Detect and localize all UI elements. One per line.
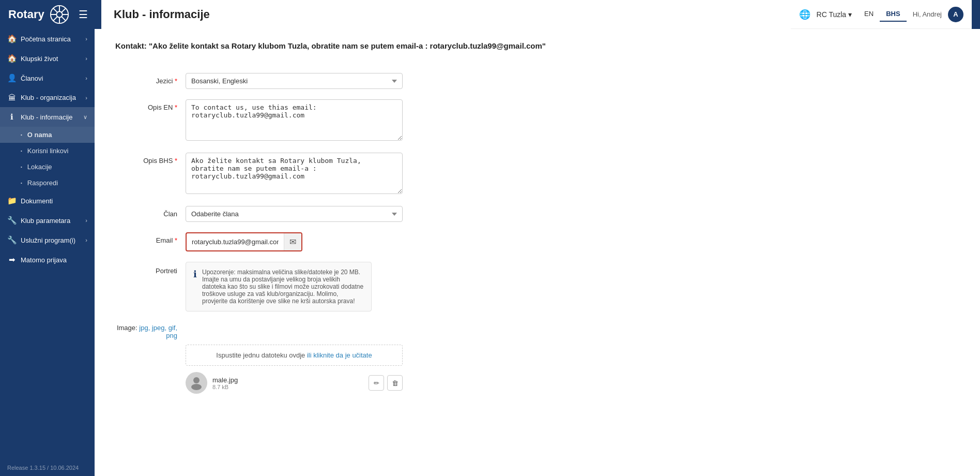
sidebar: 🏠 Početna stranica › 🏠 Klupski život › 👤… (0, 29, 95, 476)
opis-bhs-label: Opis BHS * (115, 153, 177, 165)
file-delete-button[interactable]: 🗑 (387, 375, 403, 391)
chevron-icon-2: › (85, 55, 87, 62)
required-star: * (175, 77, 177, 85)
image-label: Image: jpg, jpeg, gif, png (115, 320, 177, 339)
rotary-wheel-icon (50, 5, 69, 24)
klub-org-icon: 🏛 (7, 93, 17, 102)
drop-zone-link[interactable]: ili kliknite da je učitate (307, 351, 372, 359)
content-area: Kontakt: "Ako želite kontakt sa Rotary k… (95, 29, 980, 476)
svg-point-1 (56, 11, 62, 17)
chevron-icon-7: › (85, 237, 87, 243)
rc-tuzla-button[interactable]: RC Tuzla ▾ (817, 10, 852, 19)
content-panel: Kontakt: "Ako želite kontakt sa Rotary k… (95, 29, 980, 476)
svg-line-9 (53, 17, 57, 21)
usluzni-icon: 🔧 (7, 235, 17, 245)
opis-en-control (186, 99, 403, 142)
sidebar-item-klub-org[interactable]: 🏛 Klub - organizacija › (0, 88, 95, 107)
tab-bhs[interactable]: BHS (880, 7, 906, 22)
info-icon: ℹ (193, 269, 197, 280)
klub-param-icon: 🔧 (7, 216, 17, 225)
sidebar-sub-item-korisni-linkovi[interactable]: • Korisni linkovi (0, 143, 95, 159)
file-item: male.jpg 8.7 kB ✏ 🗑 (186, 372, 403, 394)
logo-text: Rotary (8, 8, 44, 21)
globe-icon[interactable]: 🌐 (799, 9, 810, 20)
page-title: Klub - informacije (101, 0, 791, 29)
clan-select[interactable]: Odaberite člana (186, 206, 403, 222)
chevron-icon-3: › (85, 75, 87, 81)
email-row: Email * ✉ (115, 232, 959, 251)
language-tabs: EN BHS (858, 7, 907, 22)
sidebar-item-clanovi[interactable]: 👤 Članovi › (0, 68, 95, 88)
clan-row: Član Odaberite člana (115, 206, 959, 222)
contact-info-text: Kontakt: "Ako želite kontakt sa Rotary k… (115, 41, 959, 58)
opis-en-textarea[interactable] (186, 99, 403, 141)
email-input[interactable] (187, 234, 284, 249)
chevron-icon: › (85, 36, 87, 42)
clan-label: Član (115, 206, 177, 218)
warning-text: Upozorenje: maksimalna veličina slike/da… (202, 269, 364, 305)
chevron-icon-6: › (85, 217, 87, 224)
svg-line-7 (62, 17, 66, 21)
sidebar-sub-item-lokacije[interactable]: • Lokacije (0, 159, 95, 175)
dot-icon: • (21, 132, 22, 137)
warning-box: ℹ Upozorenje: maksimalna veličina slike/… (186, 262, 372, 311)
dot-icon-3: • (21, 165, 22, 169)
sidebar-sub-item-rasporedi[interactable]: • Rasporedi (0, 175, 95, 191)
jezici-select[interactable]: Bosanski, Engleski (186, 73, 403, 89)
jezici-label: Jezici * (115, 73, 177, 85)
dokumenti-icon: 📁 (7, 196, 17, 205)
dot-icon-2: • (21, 148, 22, 153)
sidebar-item-pocetna[interactable]: 🏠 Početna stranica › (0, 29, 95, 49)
opis-bhs-control (186, 153, 403, 196)
file-edit-button[interactable]: ✏ (369, 375, 384, 391)
required-star-4: * (175, 236, 177, 244)
sidebar-item-klub-info[interactable]: ℹ Klub - informacije ∨ (0, 107, 95, 127)
header-right: 🌐 RC Tuzla ▾ EN BHS Hi, Andrej A (791, 0, 972, 29)
file-actions: ✏ 🗑 (369, 375, 403, 391)
opis-bhs-row: Opis BHS * (115, 153, 959, 196)
drop-zone[interactable]: Ispustite jednu datoteku ovdje ili klikn… (186, 345, 403, 366)
home-icon: 🏠 (7, 34, 17, 43)
tab-en[interactable]: EN (858, 7, 880, 22)
file-thumbnail (186, 372, 207, 394)
opis-bhs-textarea[interactable] (186, 153, 403, 194)
klub-info-icon: ℹ (7, 112, 17, 122)
image-label-row: Image: jpg, jpeg, gif, png (115, 320, 959, 339)
klupski-icon: 🏠 (7, 54, 17, 63)
svg-point-10 (193, 377, 200, 383)
person-icon (189, 376, 204, 390)
top-header: Rotary ☰ Klub - informacije 🌐 RC Tuzla ▾… (0, 0, 980, 29)
hamburger-icon[interactable]: ☰ (79, 8, 88, 21)
svg-line-6 (53, 8, 57, 12)
file-info: male.jpg 8.7 kB (212, 376, 363, 390)
portreti-row: Portreti ℹ Upozorenje: maksimalna veliči… (115, 262, 959, 311)
sidebar-sub-item-o-nama[interactable]: • O nama (0, 127, 95, 143)
avatar[interactable]: A (948, 7, 963, 22)
hi-text: Hi, Andrej (913, 10, 942, 18)
file-name: male.jpg (212, 376, 363, 384)
logo-area: Rotary ☰ (8, 5, 101, 24)
jezici-row: Jezici * Bosanski, Engleski (115, 73, 959, 89)
opis-en-row: Opis EN * (115, 99, 959, 142)
sidebar-item-klupski[interactable]: 🏠 Klupski život › (0, 49, 95, 68)
email-field-wrapper: ✉ (186, 232, 302, 251)
required-star-3: * (175, 157, 177, 165)
clanovi-icon: 👤 (7, 73, 17, 83)
file-size: 8.7 kB (212, 384, 363, 390)
jezici-control: Bosanski, Engleski (186, 73, 403, 89)
chevron-icon-4: › (85, 95, 87, 101)
svg-point-11 (191, 384, 202, 390)
dot-icon-4: • (21, 181, 22, 185)
sidebar-item-matomo[interactable]: ➡ Matomo prijava (0, 250, 95, 270)
opis-en-label: Opis EN * (115, 99, 177, 111)
sidebar-item-dokumenti[interactable]: 📁 Dokumenti (0, 191, 95, 211)
portreti-label: Portreti (115, 262, 177, 275)
email-icon-button[interactable]: ✉ (284, 233, 301, 250)
sidebar-footer: Release 1.3.15 / 10.06.2024 (0, 459, 95, 476)
sidebar-item-usluzni[interactable]: 🔧 Uslužni program(i) › (0, 230, 95, 250)
email-label: Email * (115, 232, 177, 244)
chevron-icon-5: ∨ (83, 114, 87, 121)
required-star-2: * (175, 103, 177, 111)
main-layout: 🏠 Početna stranica › 🏠 Klupski život › 👤… (0, 29, 980, 476)
sidebar-item-klub-param[interactable]: 🔧 Klub parametara › (0, 211, 95, 230)
